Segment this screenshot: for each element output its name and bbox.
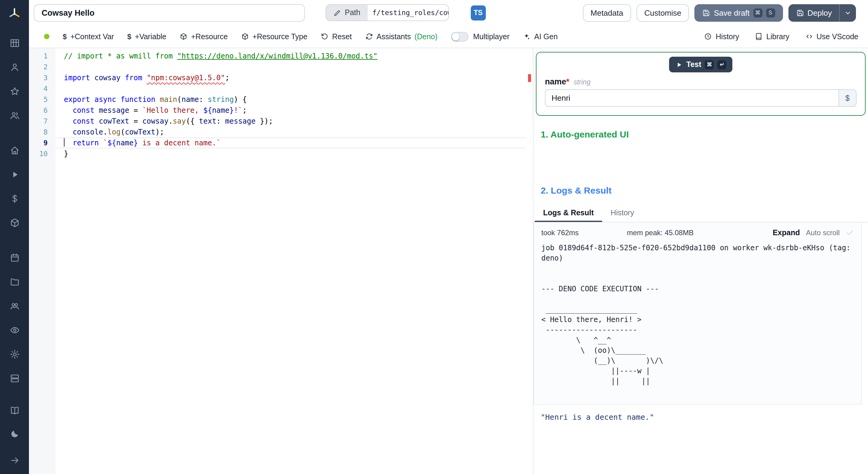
dollar-icon: $ bbox=[63, 32, 67, 41]
reset-button[interactable]: Reset bbox=[321, 32, 352, 41]
code-token: } bbox=[64, 150, 68, 158]
code-token: ); bbox=[156, 128, 164, 136]
code-pane[interactable]: // import * as wmill from "https://deno.… bbox=[56, 48, 526, 474]
arg-name-input[interactable] bbox=[545, 89, 857, 107]
code-token: : bbox=[216, 117, 225, 125]
code-token: main bbox=[160, 95, 177, 104]
sidebar-bottom bbox=[7, 402, 22, 441]
folder-icon[interactable] bbox=[7, 274, 22, 290]
deploy-dropdown-button[interactable] bbox=[840, 4, 856, 22]
code-token: from bbox=[125, 73, 142, 82]
autoscroll-toggle[interactable]: Auto scroll bbox=[806, 229, 840, 237]
dollar-icon: $ bbox=[127, 32, 131, 41]
home-icon[interactable] bbox=[7, 142, 22, 158]
kbd-cmd-chip: ⌘ bbox=[705, 60, 714, 69]
sidebar-group bbox=[7, 250, 22, 386]
code-line[interactable]: const cowText = cowsay.say({ text: messa… bbox=[56, 116, 526, 127]
library-button[interactable]: Library bbox=[755, 32, 789, 41]
star-icon[interactable] bbox=[7, 83, 22, 99]
code-token: } bbox=[229, 106, 234, 115]
package-icon bbox=[180, 33, 187, 40]
user-icon[interactable] bbox=[7, 59, 22, 75]
code-token: name bbox=[212, 106, 229, 115]
test-args-box: Test ⌘ ↵ name * string $ bbox=[536, 52, 866, 116]
book-icon bbox=[755, 33, 763, 40]
calendar-icon[interactable] bbox=[7, 250, 22, 265]
line-number: 4 bbox=[29, 83, 56, 94]
save-draft-button[interactable]: Save draft ⌘ S bbox=[695, 4, 783, 22]
use-vscode-button[interactable]: Use VScode bbox=[805, 32, 858, 41]
line-number: 3 bbox=[29, 72, 56, 83]
arg-label-row: name * string bbox=[545, 77, 857, 86]
gear-icon[interactable] bbox=[7, 346, 22, 362]
line-number: 8 bbox=[29, 127, 56, 138]
code-token bbox=[64, 106, 73, 115]
code-token: text bbox=[199, 117, 216, 125]
cube-icon[interactable] bbox=[7, 215, 22, 230]
add-context-var-button[interactable]: $ +Context Var bbox=[63, 32, 114, 41]
workspace: 12345678910 // import * as wmill from "h… bbox=[29, 48, 868, 474]
save-icon bbox=[796, 9, 804, 17]
code-line[interactable]: import cowsay from "npm:cowsay@1.5.0"; bbox=[56, 72, 526, 83]
code-line[interactable]: return `${name} is a decent name.` bbox=[56, 138, 526, 148]
code-token: ( bbox=[177, 95, 181, 104]
server-icon[interactable] bbox=[7, 370, 22, 386]
code-token: ${ bbox=[203, 106, 212, 115]
code-line[interactable] bbox=[56, 83, 526, 94]
chevron-down-icon bbox=[844, 9, 852, 17]
code-line[interactable] bbox=[56, 61, 526, 72]
arrow-right-icon[interactable] bbox=[7, 452, 22, 468]
expand-button[interactable]: Expand bbox=[773, 229, 800, 237]
required-asterisk: * bbox=[566, 77, 569, 86]
path-button[interactable]: Path bbox=[326, 5, 367, 21]
windmill-logo[interactable] bbox=[0, 0, 29, 28]
add-resource-type-button[interactable]: +Resource Type bbox=[241, 32, 307, 41]
code-token: `Hello there, bbox=[142, 106, 203, 115]
grid-icon[interactable] bbox=[7, 35, 22, 51]
code-line[interactable]: // import * as wmill from "https://deno.… bbox=[56, 51, 526, 61]
test-button[interactable]: Test ⌘ ↵ bbox=[669, 57, 733, 72]
script-name-input[interactable] bbox=[34, 4, 305, 22]
assistants-button[interactable]: Assistants (Deno) bbox=[365, 32, 437, 41]
users-icon[interactable] bbox=[7, 107, 22, 123]
job-duration: took 762ms bbox=[541, 229, 627, 237]
ai-gen-button[interactable]: AI Gen bbox=[523, 32, 558, 41]
customise-button[interactable]: Customise bbox=[637, 4, 689, 22]
code-line[interactable]: const message = `Hello there, ${name}!`; bbox=[56, 105, 526, 116]
path-value[interactable]: f/testing_roles/cowsa bbox=[367, 8, 448, 17]
code-line[interactable]: console.log(cowText); bbox=[56, 127, 526, 138]
package-icon bbox=[241, 33, 249, 40]
code-token: cowText bbox=[99, 117, 129, 125]
play-icon[interactable] bbox=[7, 167, 22, 182]
code-token bbox=[94, 117, 98, 125]
path-control[interactable]: Path f/testing_roles/cowsa bbox=[326, 4, 449, 21]
book-icon[interactable] bbox=[7, 402, 22, 418]
deploy-button[interactable]: Deploy bbox=[788, 4, 840, 22]
dollar-icon[interactable] bbox=[7, 190, 22, 206]
code-editor[interactable]: 12345678910 // import * as wmill from "h… bbox=[29, 48, 533, 474]
metadata-button[interactable]: Metadata bbox=[583, 4, 631, 22]
add-variable-button[interactable]: $ +Variable bbox=[127, 32, 166, 41]
moon-icon[interactable] bbox=[7, 426, 22, 441]
topbar: Path f/testing_roles/cowsa TS Metadata C… bbox=[29, 0, 868, 25]
save-icon bbox=[703, 9, 710, 17]
group-icon[interactable] bbox=[7, 298, 22, 314]
multiplayer-toggle[interactable] bbox=[451, 32, 468, 41]
use-vscode-label: Use VScode bbox=[816, 32, 858, 41]
code-line[interactable]: } bbox=[56, 148, 526, 159]
tab-history[interactable]: History bbox=[602, 204, 643, 222]
kbd-s-chip: S bbox=[766, 8, 775, 17]
variable-picker-button[interactable]: $ bbox=[838, 90, 856, 106]
add-resource-button[interactable]: +Resource bbox=[180, 32, 228, 41]
code-token: export bbox=[64, 95, 90, 104]
code-token: ${ bbox=[107, 139, 116, 147]
code-line[interactable]: export async function main(name: string)… bbox=[56, 94, 526, 105]
history-button[interactable]: History bbox=[704, 32, 739, 41]
code-token: ({ bbox=[186, 117, 199, 125]
status-dot bbox=[44, 34, 50, 39]
pencil-icon bbox=[333, 9, 341, 17]
arg-type: string bbox=[574, 79, 590, 86]
code-token: "npm:cowsay@1.5.0" bbox=[147, 73, 225, 82]
tab-logs-result[interactable]: Logs & Result bbox=[535, 204, 602, 222]
eye-icon[interactable] bbox=[7, 322, 22, 338]
